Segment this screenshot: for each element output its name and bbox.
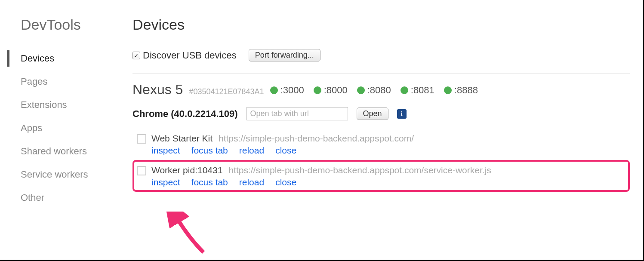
close-link[interactable]: close	[275, 177, 296, 187]
open-tab-url-input[interactable]	[247, 107, 348, 120]
port-item: :8081	[401, 85, 434, 96]
page-title: Devices	[132, 16, 630, 33]
sidebar: DevTools Devices Pages Extensions Apps S…	[0, 0, 117, 260]
inspect-link[interactable]: inspect	[151, 177, 180, 187]
sidebar-item-service-workers[interactable]: Service workers	[0, 163, 117, 186]
browser-label: Chrome (40.0.2214.109)	[132, 108, 238, 120]
port-label: :8000	[324, 85, 348, 96]
target-row-highlighted: Worker pid:10431 https://simple-push-dem…	[132, 160, 630, 192]
target-url: https://simple-push-demo-backend.appspot…	[219, 133, 414, 144]
divider	[132, 74, 630, 74]
port-label: :8080	[367, 85, 391, 96]
port-item: :8080	[357, 85, 391, 96]
checkbox-icon: ✓	[132, 52, 140, 59]
port-forwarding-button[interactable]: Port forwarding...	[249, 49, 320, 61]
sidebar-item-other[interactable]: Other	[0, 186, 117, 209]
target-checkbox[interactable]	[137, 166, 146, 175]
sidebar-item-shared-workers[interactable]: Shared workers	[0, 140, 117, 163]
sidebar-item-devices[interactable]: Devices	[0, 47, 117, 70]
reload-link[interactable]: reload	[239, 145, 264, 156]
port-item: :8888	[444, 85, 478, 96]
device-name: Nexus 5	[132, 82, 183, 98]
status-dot-icon	[357, 86, 365, 94]
device-header-row: Nexus 5 #03504121E07843A1 :3000 :8000 :8…	[132, 82, 630, 98]
focus-tab-link[interactable]: focus tab	[191, 177, 228, 187]
sidebar-item-pages[interactable]: Pages	[0, 70, 117, 93]
devices-options-row: ✓ Discover USB devices Port forwarding..…	[132, 49, 630, 61]
port-label: :3000	[280, 85, 304, 96]
status-dot-icon	[444, 86, 452, 94]
divider	[132, 41, 630, 41]
port-list: :3000 :8000 :8080 :8081 :8888	[270, 85, 478, 96]
inspect-link[interactable]: inspect	[151, 145, 180, 156]
main-content: Devices ✓ Discover USB devices Port forw…	[117, 0, 643, 260]
target-title: Web Starter Kit	[151, 133, 213, 144]
port-item: :3000	[270, 85, 304, 96]
open-button[interactable]: Open	[357, 107, 388, 120]
status-dot-icon	[314, 86, 321, 94]
status-dot-icon	[401, 86, 408, 94]
discover-usb-checkbox[interactable]: ✓ Discover USB devices	[132, 50, 237, 61]
port-label: :8888	[454, 85, 478, 96]
discover-usb-label: Discover USB devices	[143, 50, 237, 61]
sidebar-title: DevTools	[0, 16, 117, 33]
target-checkbox[interactable]	[137, 134, 146, 144]
reload-link[interactable]: reload	[239, 177, 264, 187]
target-title: Worker pid:10431	[151, 165, 222, 175]
target-url: https://simple-push-demo-backend.appspot…	[228, 165, 491, 175]
browser-row: Chrome (40.0.2214.109) Open i	[132, 107, 630, 120]
close-link[interactable]: close	[275, 145, 296, 156]
device-id: #03504121E07843A1	[189, 87, 264, 96]
focus-tab-link[interactable]: focus tab	[191, 145, 228, 156]
port-item: :8000	[314, 85, 348, 96]
sidebar-item-apps[interactable]: Apps	[0, 117, 117, 140]
target-row: Web Starter Kit https://simple-push-demo…	[132, 128, 630, 160]
sidebar-item-extensions[interactable]: Extensions	[0, 93, 117, 117]
info-icon[interactable]: i	[397, 109, 407, 119]
port-label: :8081	[411, 85, 434, 96]
status-dot-icon	[270, 86, 278, 94]
